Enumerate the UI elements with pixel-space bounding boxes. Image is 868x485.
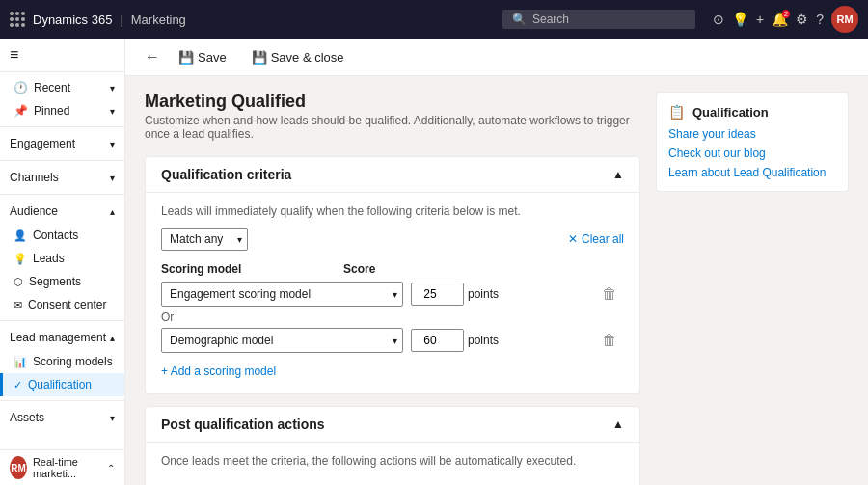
clear-all-label: Clear all [582,232,624,246]
app-name: Dynamics 365 [33,13,112,27]
points-label-1: points [468,287,499,301]
search-placeholder: Search [532,13,569,26]
add-icon[interactable]: + [756,12,764,27]
save-close-button[interactable]: 💾 Save & close [241,45,355,69]
sidebar-item-leads[interactable]: 💡 Leads [0,247,124,270]
back-button[interactable]: ← [141,44,164,69]
right-panel-card: 📋 Qualification Share your ideas Check o… [656,92,849,192]
delete-row-1-button[interactable]: 🗑 [595,285,624,303]
page-main: Marketing Qualified Customize when and h… [145,92,640,470]
bell-icon[interactable]: 🔔2 [772,12,788,27]
contacts-label: Contacts [33,229,78,242]
save-icon: 💾 [178,50,194,65]
right-link-2[interactable]: Check out our blog [668,147,836,160]
hamburger-icon: ≡ [10,46,18,64]
engagement-chevron: ▾ [110,139,115,149]
criteria-collapse-btn[interactable]: ▲ [612,168,624,181]
model-select-1[interactable]: Engagement scoring model [161,282,403,307]
sidebar-engagement-header[interactable]: Engagement ▾ [0,131,124,156]
scoring-model-header: Scoring model [161,262,336,276]
avatar[interactable]: RM [831,6,858,33]
save-button[interactable]: 💾 Save [168,45,237,69]
criteria-subtitle: Leads will immediately qualify when the … [161,204,624,218]
grid-dots[interactable] [10,12,25,27]
audience-label: Audience [10,204,58,218]
help-icon[interactable]: ? [816,12,824,27]
clear-all-button[interactable]: ✕ Clear all [568,232,624,246]
leads-label: Leads [33,252,65,265]
sidebar-audience-header[interactable]: Audience ▴ [0,199,124,224]
scoring-row-2: Demographic model points 🗑 [161,328,624,353]
sidebar-item-consent[interactable]: ✉ Consent center [0,293,124,316]
save-close-icon: 💾 [252,50,267,65]
page-title: Marketing Qualified [145,92,640,112]
top-nav: Dynamics 365 | Marketing 🔍 Search ⊙ 💡 + … [0,0,868,39]
sidebar-item-qualification[interactable]: ✓ Qualification [0,373,124,396]
channels-label: Channels [10,171,59,184]
right-link-1[interactable]: Share your ideas [668,127,836,141]
right-panel-title: Qualification [692,105,769,120]
or-connector: Or [161,310,624,324]
score-input-2[interactable] [411,329,464,352]
action-row-1: Update lead's status reasons to Marketin… [161,477,624,485]
assets-chevron: ▾ [110,413,115,423]
assets-label: Assets [10,411,44,424]
segments-label: Segments [29,275,81,288]
search-box[interactable]: 🔍 Search [502,10,695,29]
sidebar-item-contacts[interactable]: 👤 Contacts [0,224,124,247]
post-qual-collapse-btn[interactable]: ▲ [612,418,624,431]
contacts-icon: 👤 [14,229,27,242]
post-qualification-card: Post qualification actions ▲ Once leads … [145,406,640,485]
add-model-button[interactable]: + Add a scoring model [161,361,276,382]
criteria-title: Qualification criteria [161,167,291,182]
recent-icon: 🕐 [14,81,28,94]
sidebar-channels-header[interactable]: Channels ▾ [0,165,124,190]
post-qual-title: Post qualification actions [161,417,325,432]
module-name: Marketing [131,13,186,27]
right-link-3[interactable]: Learn about Lead Qualification [668,166,836,179]
lightbulb-icon[interactable]: 💡 [732,12,748,27]
pinned-chevron: ▾ [110,106,115,117]
audience-chevron: ▴ [110,206,115,217]
page-subtitle: Customize when and how leads should be q… [145,114,640,141]
bottom-bar-sidebar[interactable]: RM Real-time marketi... ⌃ [0,449,124,485]
sidebar-item-segments[interactable]: ⬡ Segments [0,270,124,293]
segments-icon: ⬡ [14,276,23,288]
lead-mgmt-chevron: ▴ [110,333,115,343]
match-wrapper: Match any Match all [161,228,248,251]
right-panel: 📋 Qualification Share your ideas Check o… [656,92,849,470]
channels-chevron: ▾ [110,173,115,183]
recent-chevron: ▾ [110,83,115,94]
circle-icon[interactable]: ⊙ [713,12,724,27]
model-select-2[interactable]: Demographic model [161,328,403,353]
sidebar-item-pinned[interactable]: 📌 Pinned ▾ [0,99,124,122]
sidebar-item-recent[interactable]: 🕐 Recent ▾ [0,76,124,99]
consent-icon: ✉ [14,299,22,311]
engagement-label: Engagement [10,137,75,150]
scoring-icon: 📊 [14,356,27,368]
scoring-row-1: Engagement scoring model points 🗑 [161,282,624,307]
post-qual-subtitle: Once leads meet the criteria, the follow… [161,454,624,468]
score-input-1[interactable] [411,283,464,306]
sidebar-hamburger[interactable]: ≡ [0,39,124,72]
recent-label: Recent [34,81,70,94]
sidebar-avatar: RM [10,456,27,479]
score-header: Score [343,262,512,276]
scoring-label: Scoring models [33,355,113,368]
sidebar-item-scoring-models[interactable]: 📊 Scoring models [0,350,124,373]
pinned-icon: 📌 [14,104,28,118]
add-model-label: + Add a scoring model [161,364,276,378]
match-select[interactable]: Match any Match all [161,228,248,251]
sidebar: ≡ 🕐 Recent ▾ 📌 Pinned ▾ Engagement ▾ [0,39,125,485]
sidebar-assets-header[interactable]: Assets ▾ [0,405,124,430]
settings-icon[interactable]: ⚙ [796,12,808,27]
clear-x-icon: ✕ [568,232,578,246]
sidebar-lead-mgmt-header[interactable]: Lead management ▴ [0,325,124,350]
save-label: Save [198,50,227,65]
delete-row-2-button[interactable]: 🗑 [595,332,624,349]
lead-mgmt-label: Lead management [10,331,106,344]
search-icon: 🔍 [512,13,527,26]
bottom-label: Real-time marketi... [33,456,101,479]
points-label-2: points [468,334,499,347]
pinned-label: Pinned [34,104,69,118]
